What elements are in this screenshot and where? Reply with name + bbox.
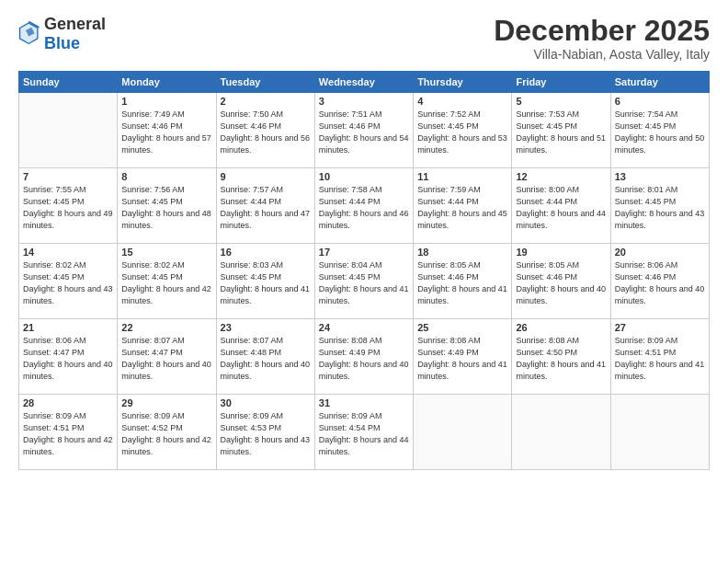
calendar-cell: 31Sunrise: 8:09 AM Sunset: 4:54 PM Dayli…: [314, 395, 413, 470]
day-info: Sunrise: 8:09 AM Sunset: 4:53 PM Dayligh…: [221, 410, 311, 458]
day-info: Sunrise: 7:54 AM Sunset: 4:45 PM Dayligh…: [615, 109, 705, 156]
day-info: Sunrise: 8:07 AM Sunset: 4:47 PM Dayligh…: [121, 335, 211, 383]
calendar-cell: 20Sunrise: 8:06 AM Sunset: 4:46 PM Dayli…: [610, 244, 709, 319]
day-info: Sunrise: 8:05 AM Sunset: 4:46 PM Dayligh…: [516, 259, 606, 307]
day-info: Sunrise: 8:08 AM Sunset: 4:49 PM Dayligh…: [417, 335, 507, 383]
calendar-week-4: 21Sunrise: 8:06 AM Sunset: 4:47 PM Dayli…: [19, 319, 710, 395]
day-number: 17: [319, 247, 409, 258]
day-info: Sunrise: 8:09 AM Sunset: 4:52 PM Dayligh…: [121, 410, 211, 458]
day-number: 6: [615, 96, 705, 107]
day-number: 24: [319, 322, 409, 333]
logo-general: General: [44, 15, 106, 34]
day-number: 8: [121, 171, 211, 182]
header-wednesday: Wednesday: [314, 72, 413, 93]
calendar-cell: 12Sunrise: 8:00 AM Sunset: 4:44 PM Dayli…: [512, 168, 610, 244]
calendar-cell: 3Sunrise: 7:51 AM Sunset: 4:46 PM Daylig…: [314, 93, 413, 168]
calendar-cell: 22Sunrise: 8:07 AM Sunset: 4:47 PM Dayli…: [118, 319, 216, 395]
day-info: Sunrise: 8:07 AM Sunset: 4:48 PM Dayligh…: [221, 335, 311, 383]
calendar-cell: 2Sunrise: 7:50 AM Sunset: 4:46 PM Daylig…: [216, 93, 314, 168]
day-number: 26: [516, 322, 606, 333]
calendar-table: Sunday Monday Tuesday Wednesday Thursday…: [18, 71, 710, 470]
day-info: Sunrise: 8:08 AM Sunset: 4:50 PM Dayligh…: [516, 335, 606, 383]
calendar-cell: [414, 395, 512, 470]
day-info: Sunrise: 8:08 AM Sunset: 4:49 PM Dayligh…: [319, 335, 409, 383]
day-info: Sunrise: 8:03 AM Sunset: 4:45 PM Dayligh…: [221, 259, 311, 307]
day-number: 20: [615, 247, 705, 258]
day-info: Sunrise: 8:09 AM Sunset: 4:51 PM Dayligh…: [23, 410, 113, 458]
calendar-cell: 16Sunrise: 8:03 AM Sunset: 4:45 PM Dayli…: [216, 244, 314, 319]
day-info: Sunrise: 8:05 AM Sunset: 4:46 PM Dayligh…: [417, 259, 507, 307]
page: General Blue December 2025 Villa-Nabian,…: [0, 0, 728, 563]
day-number: 31: [319, 397, 409, 408]
calendar-week-2: 7Sunrise: 7:55 AM Sunset: 4:45 PM Daylig…: [19, 168, 710, 244]
day-number: 25: [417, 322, 507, 333]
header-row: Sunday Monday Tuesday Wednesday Thursday…: [19, 72, 710, 93]
day-number: 2: [221, 96, 311, 107]
calendar-cell: 15Sunrise: 8:02 AM Sunset: 4:45 PM Dayli…: [118, 244, 216, 319]
calendar-cell: 24Sunrise: 8:08 AM Sunset: 4:49 PM Dayli…: [314, 319, 413, 395]
calendar-cell: 30Sunrise: 8:09 AM Sunset: 4:53 PM Dayli…: [216, 395, 314, 470]
day-number: 11: [417, 171, 507, 182]
header-tuesday: Tuesday: [216, 72, 314, 93]
day-info: Sunrise: 7:55 AM Sunset: 4:45 PM Dayligh…: [23, 184, 113, 232]
day-number: 12: [516, 171, 606, 182]
day-info: Sunrise: 7:51 AM Sunset: 4:46 PM Dayligh…: [319, 109, 409, 156]
calendar-week-3: 14Sunrise: 8:02 AM Sunset: 4:45 PM Dayli…: [19, 244, 710, 319]
calendar-cell: 6Sunrise: 7:54 AM Sunset: 4:45 PM Daylig…: [610, 93, 709, 168]
calendar-cell: 5Sunrise: 7:53 AM Sunset: 4:45 PM Daylig…: [512, 93, 610, 168]
day-info: Sunrise: 8:04 AM Sunset: 4:45 PM Dayligh…: [319, 259, 409, 307]
day-info: Sunrise: 7:57 AM Sunset: 4:44 PM Dayligh…: [221, 184, 311, 232]
header: General Blue December 2025 Villa-Nabian,…: [18, 15, 710, 62]
logo-blue: Blue: [44, 34, 80, 52]
calendar-cell: 27Sunrise: 8:09 AM Sunset: 4:51 PM Dayli…: [610, 319, 709, 395]
day-number: 19: [516, 247, 606, 258]
day-info: Sunrise: 7:52 AM Sunset: 4:45 PM Dayligh…: [417, 109, 507, 156]
calendar-cell: 13Sunrise: 8:01 AM Sunset: 4:45 PM Dayli…: [610, 168, 709, 244]
calendar-cell: 11Sunrise: 7:59 AM Sunset: 4:44 PM Dayli…: [414, 168, 512, 244]
day-number: 18: [417, 247, 507, 258]
calendar-cell: [610, 395, 709, 470]
day-number: 5: [516, 96, 606, 107]
calendar-header: Sunday Monday Tuesday Wednesday Thursday…: [19, 72, 710, 93]
day-number: 23: [221, 322, 311, 333]
calendar-cell: 9Sunrise: 7:57 AM Sunset: 4:44 PM Daylig…: [216, 168, 314, 244]
calendar-cell: 18Sunrise: 8:05 AM Sunset: 4:46 PM Dayli…: [414, 244, 512, 319]
calendar-cell: 19Sunrise: 8:05 AM Sunset: 4:46 PM Dayli…: [512, 244, 610, 319]
day-number: 9: [221, 171, 311, 182]
day-info: Sunrise: 7:56 AM Sunset: 4:45 PM Dayligh…: [121, 184, 211, 232]
calendar-cell: 25Sunrise: 8:08 AM Sunset: 4:49 PM Dayli…: [414, 319, 512, 395]
month-title: December 2025: [494, 15, 710, 47]
calendar-cell: 1Sunrise: 7:49 AM Sunset: 4:46 PM Daylig…: [118, 93, 216, 168]
calendar-cell: 26Sunrise: 8:08 AM Sunset: 4:50 PM Dayli…: [512, 319, 610, 395]
day-info: Sunrise: 8:01 AM Sunset: 4:45 PM Dayligh…: [615, 184, 705, 232]
day-number: 13: [615, 171, 705, 182]
day-info: Sunrise: 8:06 AM Sunset: 4:47 PM Dayligh…: [23, 335, 113, 383]
calendar-cell: 7Sunrise: 7:55 AM Sunset: 4:45 PM Daylig…: [19, 168, 118, 244]
header-monday: Monday: [118, 72, 216, 93]
calendar-cell: 17Sunrise: 8:04 AM Sunset: 4:45 PM Dayli…: [314, 244, 413, 319]
day-number: 15: [121, 247, 211, 258]
calendar-week-5: 28Sunrise: 8:09 AM Sunset: 4:51 PM Dayli…: [19, 395, 710, 470]
calendar-cell: 4Sunrise: 7:52 AM Sunset: 4:45 PM Daylig…: [414, 93, 512, 168]
day-info: Sunrise: 7:50 AM Sunset: 4:46 PM Dayligh…: [221, 109, 311, 156]
calendar-cell: [19, 93, 118, 168]
day-number: 22: [121, 322, 211, 333]
calendar-week-1: 1Sunrise: 7:49 AM Sunset: 4:46 PM Daylig…: [19, 93, 710, 168]
day-number: 1: [121, 96, 211, 107]
day-number: 7: [23, 171, 113, 182]
day-info: Sunrise: 8:06 AM Sunset: 4:46 PM Dayligh…: [615, 259, 705, 307]
day-info: Sunrise: 8:09 AM Sunset: 4:54 PM Dayligh…: [319, 410, 409, 458]
day-number: 16: [221, 247, 311, 258]
day-number: 27: [615, 322, 705, 333]
day-number: 28: [23, 397, 113, 408]
calendar-cell: [512, 395, 610, 470]
day-number: 4: [417, 96, 507, 107]
logo: General Blue: [18, 15, 106, 53]
day-info: Sunrise: 8:09 AM Sunset: 4:51 PM Dayligh…: [615, 335, 705, 383]
calendar-cell: 21Sunrise: 8:06 AM Sunset: 4:47 PM Dayli…: [19, 319, 118, 395]
calendar-cell: 28Sunrise: 8:09 AM Sunset: 4:51 PM Dayli…: [19, 395, 118, 470]
calendar-body: 1Sunrise: 7:49 AM Sunset: 4:46 PM Daylig…: [19, 93, 710, 470]
day-info: Sunrise: 8:02 AM Sunset: 4:45 PM Dayligh…: [121, 259, 211, 307]
header-friday: Friday: [512, 72, 610, 93]
calendar-cell: 23Sunrise: 8:07 AM Sunset: 4:48 PM Dayli…: [216, 319, 314, 395]
